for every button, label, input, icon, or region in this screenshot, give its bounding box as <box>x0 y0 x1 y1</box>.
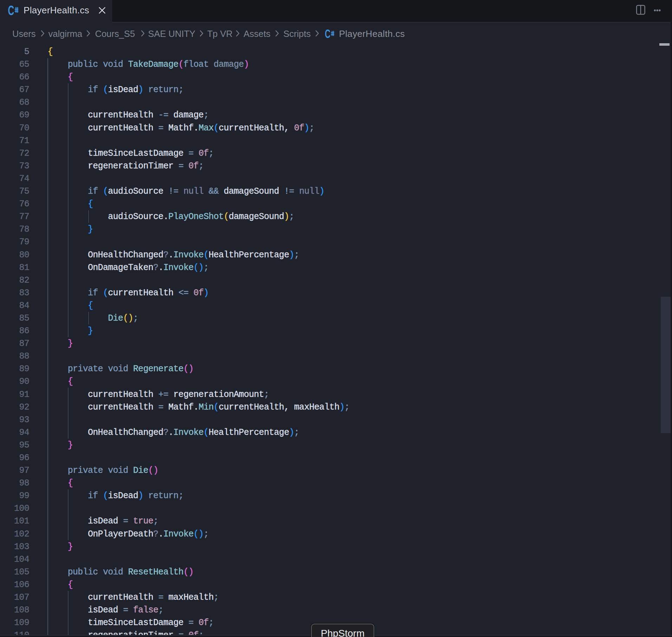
svg-text:C: C <box>8 2 14 18</box>
svg-text:C: C <box>325 27 330 40</box>
